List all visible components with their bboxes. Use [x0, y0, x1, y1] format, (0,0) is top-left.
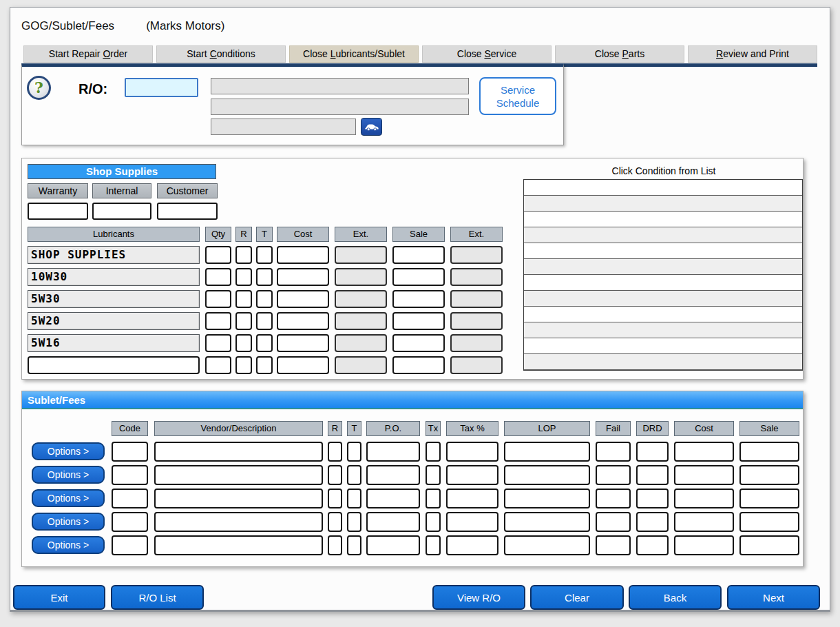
- t-input[interactable]: [347, 442, 361, 462]
- fail-input[interactable]: [596, 489, 631, 508]
- t-input[interactable]: [256, 246, 273, 264]
- vendor-description-input[interactable]: [154, 465, 323, 485]
- service-schedule-button[interactable]: Service Schedule: [479, 77, 556, 115]
- internal-amount-input[interactable]: [92, 203, 151, 220]
- lop-input[interactable]: [504, 465, 590, 485]
- tx-input[interactable]: [426, 512, 441, 532]
- r-input[interactable]: [235, 268, 252, 286]
- r-input[interactable]: [328, 442, 342, 462]
- condition-list-item[interactable]: [524, 196, 802, 212]
- cost-input[interactable]: [277, 334, 329, 352]
- condition-list-item[interactable]: [524, 227, 802, 243]
- t-input[interactable]: [256, 334, 273, 352]
- customer-button[interactable]: Customer: [157, 183, 218, 198]
- po-input[interactable]: [366, 512, 420, 532]
- condition-list-item[interactable]: [524, 212, 802, 227]
- r-input[interactable]: [235, 356, 252, 374]
- sale-input[interactable]: [392, 290, 445, 308]
- new-lubricant-name-input[interactable]: [28, 356, 200, 374]
- condition-list-item[interactable]: [524, 307, 802, 322]
- qty-input[interactable]: [205, 268, 231, 286]
- cost-input[interactable]: [277, 312, 329, 330]
- drd-input[interactable]: [636, 512, 669, 532]
- fail-input[interactable]: [596, 512, 631, 532]
- r-input[interactable]: [328, 512, 342, 532]
- warranty-button[interactable]: Warranty: [28, 183, 88, 198]
- r-input[interactable]: [235, 290, 252, 308]
- vendor-description-input[interactable]: [154, 535, 323, 555]
- sale-input[interactable]: [739, 465, 799, 485]
- drd-input[interactable]: [636, 442, 669, 462]
- drd-input[interactable]: [636, 489, 669, 508]
- r-input[interactable]: [328, 489, 342, 508]
- t-input[interactable]: [256, 356, 273, 374]
- tx-input[interactable]: [426, 489, 441, 508]
- tax-pct-input[interactable]: [446, 535, 498, 555]
- sale-input[interactable]: [392, 246, 445, 264]
- next-button[interactable]: Next: [727, 585, 820, 610]
- condition-list-item[interactable]: [524, 291, 802, 307]
- lop-input[interactable]: [504, 512, 590, 532]
- options-button[interactable]: Options >: [32, 513, 105, 531]
- sale-input[interactable]: [739, 489, 799, 508]
- exit-button[interactable]: Exit: [13, 585, 105, 610]
- r-input[interactable]: [328, 465, 342, 485]
- condition-list-item[interactable]: [524, 243, 802, 259]
- sale-input[interactable]: [739, 442, 799, 462]
- drd-input[interactable]: [636, 465, 669, 485]
- code-input[interactable]: [112, 465, 148, 485]
- condition-list-item[interactable]: [524, 322, 802, 338]
- tab-review-and-print[interactable]: Review and Print: [688, 45, 817, 63]
- condition-list-item[interactable]: [524, 180, 802, 196]
- vehicle-button[interactable]: [361, 118, 382, 136]
- sale-input[interactable]: [392, 334, 445, 352]
- t-input[interactable]: [256, 312, 273, 330]
- po-input[interactable]: [366, 442, 420, 462]
- tx-input[interactable]: [426, 535, 441, 555]
- lop-input[interactable]: [504, 489, 590, 508]
- tab-start-conditions[interactable]: Start Conditions: [156, 45, 286, 63]
- sale-input[interactable]: [739, 535, 799, 555]
- cost-input[interactable]: [277, 356, 329, 374]
- options-button[interactable]: Options >: [32, 466, 105, 484]
- t-input[interactable]: [347, 465, 361, 485]
- code-input[interactable]: [112, 442, 148, 462]
- lop-input[interactable]: [504, 535, 590, 555]
- warranty-amount-input[interactable]: [28, 203, 88, 220]
- po-input[interactable]: [366, 489, 420, 508]
- options-button[interactable]: Options >: [32, 442, 105, 460]
- cost-input[interactable]: [674, 465, 734, 485]
- qty-input[interactable]: [205, 356, 231, 374]
- code-input[interactable]: [112, 512, 148, 532]
- cost-input[interactable]: [674, 442, 734, 462]
- fail-input[interactable]: [596, 442, 631, 462]
- qty-input[interactable]: [205, 312, 231, 330]
- t-input[interactable]: [347, 512, 361, 532]
- qty-input[interactable]: [205, 334, 231, 352]
- t-input[interactable]: [256, 268, 273, 286]
- r-input[interactable]: [235, 312, 252, 330]
- back-button[interactable]: Back: [629, 585, 722, 610]
- qty-input[interactable]: [205, 246, 231, 264]
- sale-input[interactable]: [739, 512, 799, 532]
- tab-close-parts[interactable]: Close Parts: [555, 45, 684, 63]
- drd-input[interactable]: [636, 535, 669, 555]
- tab-close-lubricants-sublet[interactable]: Close Lubricants/Sublet: [289, 45, 419, 63]
- tax-pct-input[interactable]: [446, 442, 498, 462]
- customer-amount-input[interactable]: [157, 203, 218, 220]
- tx-input[interactable]: [426, 465, 441, 485]
- tab-close-service[interactable]: Close Service: [422, 45, 552, 63]
- cost-input[interactable]: [277, 290, 329, 308]
- cost-input[interactable]: [277, 246, 329, 264]
- options-button[interactable]: Options >: [32, 536, 105, 554]
- ro-number-input[interactable]: [125, 78, 198, 97]
- vendor-description-input[interactable]: [154, 489, 323, 508]
- r-input[interactable]: [235, 334, 252, 352]
- po-input[interactable]: [366, 465, 420, 485]
- po-input[interactable]: [366, 535, 420, 555]
- cost-input[interactable]: [674, 535, 734, 555]
- clear-button[interactable]: Clear: [530, 585, 624, 610]
- tax-pct-input[interactable]: [446, 465, 498, 485]
- sale-input[interactable]: [392, 268, 445, 286]
- condition-list-item[interactable]: [524, 259, 802, 275]
